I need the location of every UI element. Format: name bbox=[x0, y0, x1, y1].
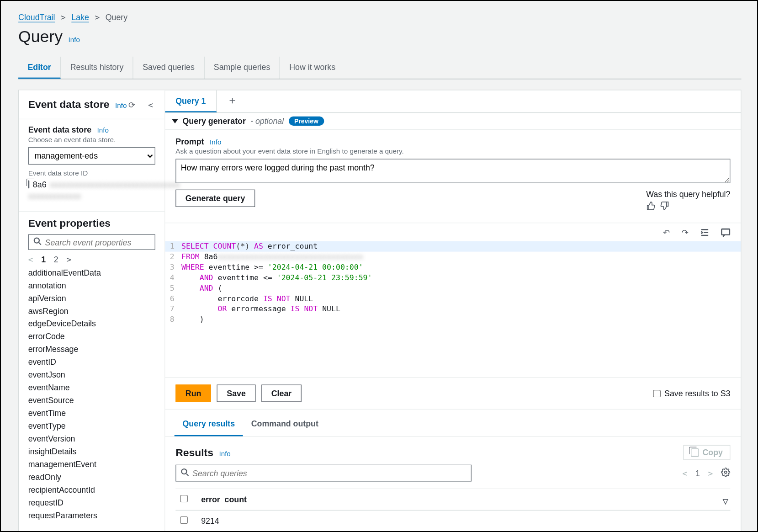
search-icon bbox=[181, 468, 189, 479]
search-queries-input[interactable] bbox=[192, 468, 466, 478]
save-to-s3-checkbox[interactable] bbox=[653, 390, 661, 398]
copy-results-button[interactable]: Copy bbox=[684, 445, 731, 460]
column-error-count[interactable]: error_count▽ bbox=[196, 489, 730, 511]
eds-field-label: Event data store bbox=[28, 125, 91, 134]
prop-managementEvent[interactable]: managementEvent bbox=[28, 458, 155, 471]
comment-icon[interactable] bbox=[721, 228, 730, 239]
tab-sample-queries[interactable]: Sample queries bbox=[204, 57, 280, 79]
results-page-number: 1 bbox=[695, 468, 700, 478]
prop-eventSource[interactable]: eventSource bbox=[28, 394, 155, 407]
tab-command-output[interactable]: Command output bbox=[243, 412, 327, 436]
eds-select[interactable]: management-eds bbox=[28, 147, 155, 165]
eds-info-link[interactable]: Info bbox=[115, 101, 127, 110]
event-properties-title: Event properties bbox=[28, 218, 155, 230]
generate-query-button[interactable]: Generate query bbox=[175, 190, 255, 207]
sort-icon[interactable]: ▽ bbox=[723, 497, 728, 505]
prop-recipientAccountId[interactable]: recipientAccountId bbox=[28, 484, 155, 496]
props-next-page[interactable]: > bbox=[67, 255, 72, 264]
add-query-tab[interactable]: ＋ bbox=[217, 90, 249, 112]
refresh-icon[interactable]: ⟳ bbox=[127, 100, 137, 109]
prop-eventVersion[interactable]: eventVersion bbox=[28, 432, 155, 445]
prop-eventName[interactable]: eventName bbox=[28, 381, 155, 394]
results-prev-page[interactable]: < bbox=[682, 468, 687, 478]
breadcrumb-cloudtrail[interactable]: CloudTrail bbox=[18, 12, 55, 21]
prop-requestID[interactable]: requestID bbox=[28, 496, 155, 509]
undo-icon[interactable]: ↶ bbox=[663, 228, 670, 239]
search-icon bbox=[33, 237, 42, 247]
eds-field-info[interactable]: Info bbox=[97, 127, 109, 135]
table-row: 9214 bbox=[175, 511, 730, 532]
prop-edgeDeviceDetails[interactable]: edgeDeviceDetails bbox=[28, 318, 155, 330]
results-info-link[interactable]: Info bbox=[219, 450, 230, 458]
copy-icon bbox=[691, 449, 699, 457]
prop-annotation[interactable]: annotation bbox=[28, 279, 155, 292]
row-checkbox[interactable] bbox=[180, 516, 188, 524]
eds-id-label: Event data store ID bbox=[28, 170, 155, 178]
eds-hint: Choose an event data store. bbox=[28, 136, 155, 144]
tab-editor[interactable]: Editor bbox=[18, 57, 61, 79]
helpful-label: Was this query helpful? bbox=[646, 190, 730, 199]
sidebar-title: Event data store bbox=[28, 98, 110, 110]
breadcrumb-lake[interactable]: Lake bbox=[71, 12, 89, 21]
prop-eventTime[interactable]: eventTime bbox=[28, 407, 155, 420]
props-prev-page[interactable]: < bbox=[28, 255, 33, 264]
breadcrumb: CloudTrail > Lake > Query bbox=[18, 12, 741, 21]
prop-readOnly[interactable]: readOnly bbox=[28, 471, 155, 484]
tab-how-it-works[interactable]: How it works bbox=[280, 57, 345, 79]
prop-insightDetails[interactable]: insightDetails bbox=[28, 445, 155, 458]
prop-additionalEventData[interactable]: additionalEventData bbox=[28, 266, 155, 279]
search-queries-row[interactable] bbox=[175, 465, 472, 482]
tab-results-history[interactable]: Results history bbox=[61, 57, 133, 79]
prompt-hint: Ask a question about your event data sto… bbox=[175, 147, 730, 155]
gear-icon[interactable] bbox=[721, 468, 730, 479]
tab-saved-queries[interactable]: Saved queries bbox=[133, 57, 205, 79]
clear-button[interactable]: Clear bbox=[261, 385, 302, 402]
prompt-textarea[interactable] bbox=[175, 159, 730, 183]
save-to-s3-row[interactable]: Save results to S3 bbox=[653, 389, 730, 398]
query-tab-1[interactable]: Query 1 bbox=[165, 90, 217, 112]
props-page-1[interactable]: 1 bbox=[41, 255, 46, 264]
redo-icon[interactable]: ↷ bbox=[682, 228, 689, 239]
results-next-page[interactable]: > bbox=[708, 468, 713, 478]
chevron-right-icon: > bbox=[61, 12, 66, 21]
props-page-2[interactable]: 2 bbox=[54, 255, 58, 264]
prop-requestParameters[interactable]: requestParameters bbox=[28, 509, 155, 522]
breadcrumb-current: Query bbox=[106, 12, 127, 21]
svg-point-8 bbox=[725, 471, 727, 473]
prop-eventID[interactable]: eventID bbox=[28, 356, 155, 368]
svg-point-0 bbox=[34, 238, 39, 243]
prop-apiVersion[interactable]: apiVersion bbox=[28, 292, 155, 305]
copy-icon[interactable] bbox=[28, 181, 30, 189]
collapse-sidebar-icon[interactable]: < bbox=[146, 100, 155, 109]
save-button[interactable]: Save bbox=[217, 385, 256, 402]
search-properties-input[interactable] bbox=[45, 238, 150, 247]
select-all-checkbox[interactable] bbox=[180, 495, 188, 503]
query-generator-title: Query generator bbox=[183, 117, 246, 126]
thumbs-up-icon[interactable] bbox=[646, 202, 655, 213]
prompt-info-link[interactable]: Info bbox=[210, 138, 221, 146]
format-icon[interactable] bbox=[700, 228, 709, 239]
sql-editor[interactable]: 1SELECT COUNT(*) AS error_count 2FROM 8a… bbox=[165, 241, 741, 377]
copy-label: Copy bbox=[702, 448, 722, 457]
prompt-label: Prompt bbox=[175, 137, 204, 146]
svg-rect-5 bbox=[721, 229, 730, 235]
save-to-s3-label: Save results to S3 bbox=[664, 389, 730, 398]
run-button[interactable]: Run bbox=[175, 385, 211, 402]
thumbs-down-icon[interactable] bbox=[660, 202, 669, 213]
results-table: error_count▽ 9214 bbox=[175, 489, 730, 532]
prop-errorCode[interactable]: errorCode bbox=[28, 330, 155, 343]
prop-eventJson[interactable]: eventJson bbox=[28, 368, 155, 381]
caret-down-icon[interactable] bbox=[172, 119, 178, 123]
svg-line-7 bbox=[186, 474, 188, 476]
preview-badge: Preview bbox=[288, 117, 324, 126]
prop-awsRegion[interactable]: awsRegion bbox=[28, 305, 155, 318]
cell-error-count: 9214 bbox=[196, 511, 730, 532]
tab-query-results[interactable]: Query results bbox=[175, 412, 243, 436]
eds-id-prefix: 8a6 bbox=[33, 180, 47, 189]
prop-errorMessage[interactable]: errorMessage bbox=[28, 343, 155, 356]
eds-id-redacted: xxxxxxxxxxxxxxxxxxxxxxxxxxxxxxxx bbox=[50, 180, 180, 189]
svg-line-1 bbox=[39, 243, 41, 245]
page-info-link[interactable]: Info bbox=[68, 36, 80, 44]
prop-eventType[interactable]: eventType bbox=[28, 420, 155, 432]
search-event-properties[interactable] bbox=[28, 234, 155, 250]
